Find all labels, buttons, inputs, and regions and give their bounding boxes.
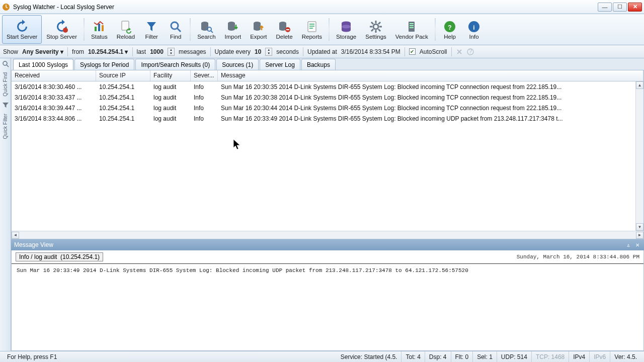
pin-icon[interactable]: ⍋ [625, 241, 632, 248]
quick-find-icon[interactable] [2, 60, 9, 67]
filter-bar: Show Any Severity ▾ from 10.254.254.1 ▾ … [0, 45, 644, 58]
tab-sources[interactable]: Sources (1) [216, 59, 259, 70]
quick-filter-icon[interactable] [2, 102, 9, 109]
status-selected: Sel: 1 [473, 351, 497, 362]
start-server-button[interactable]: Start Server [2, 15, 42, 44]
cell-message: Sun Mar 16 20:30:38 2014 D-Link Systems … [218, 93, 643, 102]
col-message[interactable]: Message [218, 70, 643, 81]
svg-line-37 [378, 29, 380, 31]
delete-button[interactable]: Delete [271, 15, 297, 44]
close-button[interactable]: ✕ [628, 3, 642, 12]
status-button[interactable]: Status [87, 15, 112, 44]
quick-find-label[interactable]: Quick Find [3, 72, 8, 97]
chart-icon [92, 20, 106, 34]
cell-source-ip: 10.254.254.1 [96, 104, 150, 113]
col-source-ip[interactable]: Source IP [96, 70, 150, 81]
scroll-down-arrow[interactable]: ▼ [636, 223, 643, 231]
app-icon [2, 3, 10, 11]
update-seconds-spinner[interactable]: ▲▼ [265, 48, 272, 56]
tab-syslogs-period[interactable]: Syslogs for Period [74, 59, 134, 70]
help-icon: ? [443, 20, 457, 34]
status-filtered: Flt: 0 [451, 351, 473, 362]
vertical-scrollbar[interactable]: ▲ ▼ [635, 81, 643, 231]
tab-backups[interactable]: Backups [301, 59, 336, 70]
window-title: Syslog Watcher - Local Syslog Server [13, 4, 598, 11]
cell-facility: log audit [150, 82, 191, 92]
svg-line-36 [371, 22, 373, 24]
table-row[interactable]: 3/16/2014 8:30:33.437 ...10.254.254.1log… [12, 92, 643, 103]
grid-body[interactable]: 3/16/2014 8:30:30.460 ...10.254.254.1log… [12, 81, 643, 231]
svg-point-6 [171, 22, 178, 29]
help-button[interactable]: ?Help [438, 15, 462, 44]
horizontal-scrollbar[interactable]: ◄ ► [12, 231, 643, 239]
find-button[interactable]: Find [164, 15, 188, 44]
cell-facility: log audit [150, 93, 191, 102]
db-import-icon [226, 20, 240, 34]
status-total: Tot: 4 [401, 351, 425, 362]
col-severity[interactable]: Sever... [191, 70, 218, 81]
reports-button[interactable]: Reports [297, 15, 327, 44]
minimize-button[interactable]: — [598, 3, 612, 12]
severity-dropdown[interactable]: Any Severity ▾ [22, 48, 63, 55]
update-seconds[interactable]: 10 [255, 48, 261, 55]
message-view-panel: Info / log audit (10.254.254.1) Sunday, … [11, 250, 644, 351]
svg-text:i: i [473, 24, 474, 31]
gear-icon [369, 20, 383, 34]
start-server-label: Start Server [7, 34, 37, 40]
db-search-icon [199, 20, 213, 34]
autoscroll-checkbox[interactable]: ✔ [409, 48, 416, 55]
vendor-pack-button[interactable]: Vendor Pack [391, 15, 433, 44]
export-button[interactable]: Export [246, 15, 271, 44]
delete-label: Delete [276, 34, 292, 40]
cell-message: Sun Mar 16 20:30:35 2014 D-Link Systems … [218, 82, 643, 92]
message-view-close-icon[interactable]: ✕ [634, 241, 641, 248]
tab-last-syslogs[interactable]: Last 1000 Syslogs [13, 59, 73, 70]
info-button[interactable]: iInfo [462, 15, 486, 44]
svg-line-38 [378, 22, 380, 24]
db-export-icon [252, 20, 266, 34]
filter-button[interactable]: Filter [139, 15, 164, 44]
refresh-red-dot-icon [55, 20, 69, 34]
last-label: last [137, 48, 146, 55]
svg-line-51 [7, 65, 9, 67]
mouse-cursor-icon [233, 139, 242, 151]
page-refresh-icon [119, 20, 133, 34]
stop-server-button[interactable]: Stop Server [42, 15, 82, 44]
scroll-up-arrow[interactable]: ▲ [636, 81, 643, 89]
table-row[interactable]: 3/16/2014 8:30:39.447 ...10.254.254.1log… [12, 103, 643, 113]
status-service: Service: Started (4.5. [337, 351, 402, 362]
quick-panel-strip: Quick Find Quick Filter [0, 58, 11, 351]
last-count-spinner[interactable]: ▲▼ [168, 48, 175, 56]
tab-import-search[interactable]: Import/Search Results (0) [135, 59, 215, 70]
col-received[interactable]: Received [12, 70, 96, 81]
scroll-right-arrow[interactable]: ► [636, 232, 643, 239]
quick-filter-label[interactable]: Quick Filter [3, 114, 8, 139]
scroll-left-arrow[interactable]: ◄ [12, 232, 19, 239]
info-label: Info [469, 34, 478, 40]
svg-rect-3 [98, 24, 100, 31]
storage-button[interactable]: Storage [332, 15, 361, 44]
svg-rect-2 [95, 27, 97, 31]
cell-severity: Info [191, 93, 218, 102]
syslog-grid: Received Source IP Facility Sever... Mes… [11, 70, 644, 239]
table-row[interactable]: 3/16/2014 8:30:30.460 ...10.254.254.1log… [12, 81, 643, 92]
reload-button[interactable]: Reload [112, 15, 139, 44]
import-button[interactable]: Import [220, 15, 246, 44]
clear-icon[interactable] [456, 48, 463, 55]
svg-point-29 [342, 28, 351, 32]
svg-rect-5 [122, 21, 129, 30]
settings-button[interactable]: Settings [361, 15, 391, 44]
table-row[interactable]: 3/16/2014 8:33:44.806 ...10.254.254.1log… [12, 113, 643, 124]
message-tag: Info / log audit (10.254.254.1) [16, 252, 103, 261]
help-small-icon[interactable]: ? [467, 48, 474, 55]
report-icon [305, 20, 319, 34]
cell-facility: log audit [150, 104, 191, 113]
cell-facility: log audit [150, 114, 191, 123]
search-button[interactable]: Search [193, 15, 220, 44]
from-ip-dropdown[interactable]: 10.254.254.1 ▾ [88, 48, 128, 55]
tab-server-log[interactable]: Server Log [260, 59, 300, 70]
vendor-pack-label: Vendor Pack [395, 34, 428, 40]
maximize-button[interactable]: ☐ [613, 3, 627, 12]
col-facility[interactable]: Facility [150, 70, 191, 81]
last-count[interactable]: 1000 [150, 48, 164, 55]
